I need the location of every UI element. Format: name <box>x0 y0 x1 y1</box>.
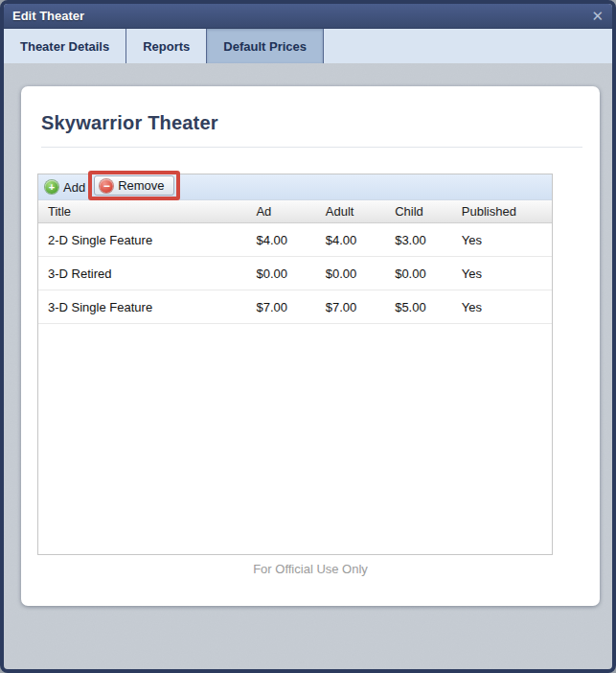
page-title: Skywarrior Theater <box>41 112 581 134</box>
cell-adult: $7.00 <box>321 290 390 324</box>
dialog-title: Edit Theater <box>12 9 84 23</box>
close-icon[interactable]: ✕ <box>591 9 604 23</box>
tab-reports[interactable]: Reports <box>126 29 207 63</box>
table-row[interactable]: 3-D Retired $0.00 $0.00 $0.00 Yes <box>38 257 552 290</box>
remove-button-label: Remove <box>118 178 164 193</box>
cell-published: Yes <box>457 223 552 257</box>
heading-divider <box>41 147 582 148</box>
cell-ad: $4.00 <box>251 223 320 257</box>
highlight-box-annotation: − Remove <box>88 171 179 200</box>
cell-adult: $0.00 <box>321 257 390 290</box>
cell-adult: $4.00 <box>321 223 390 257</box>
tab-bar: Theater Details Reports Default Prices <box>4 29 612 63</box>
tab-label: Reports <box>143 39 190 54</box>
tab-label: Default Prices <box>223 39 307 54</box>
column-header-published[interactable]: Published <box>457 200 552 223</box>
cell-published: Yes <box>457 290 552 324</box>
add-button[interactable]: + Add <box>45 180 85 195</box>
grid-toolbar: + Add − Remove <box>38 174 552 200</box>
cell-title: 3-D Retired <box>38 257 251 290</box>
content-card: Skywarrior Theater + Add − Remove <box>21 86 600 606</box>
cell-ad: $0.00 <box>251 257 320 290</box>
remove-button[interactable]: − Remove <box>94 175 173 196</box>
cell-published: Yes <box>457 257 552 290</box>
dialog-titlebar: Edit Theater ✕ <box>4 4 612 29</box>
cell-child: $5.00 <box>390 290 457 324</box>
remove-icon: − <box>100 179 113 193</box>
add-icon: + <box>45 180 58 194</box>
tab-theater-details[interactable]: Theater Details <box>4 29 126 63</box>
column-header-ad[interactable]: Ad <box>251 200 320 223</box>
cell-child: $0.00 <box>390 257 457 290</box>
edit-theater-dialog: Edit Theater ✕ Theater Details Reports D… <box>0 0 616 673</box>
default-prices-grid: + Add − Remove Title Ad <box>37 174 553 555</box>
cell-child: $3.00 <box>390 223 457 257</box>
column-header-title[interactable]: Title <box>38 200 251 223</box>
tab-default-prices[interactable]: Default Prices <box>207 29 324 63</box>
table-row[interactable]: 2-D Single Feature $4.00 $4.00 $3.00 Yes <box>38 223 552 257</box>
cell-title: 3-D Single Feature <box>38 290 251 324</box>
table-header-row: Title Ad Adult Child Published <box>38 200 552 223</box>
column-header-child[interactable]: Child <box>390 200 457 223</box>
cell-title: 2-D Single Feature <box>38 223 251 257</box>
cell-ad: $7.00 <box>251 290 320 324</box>
official-use-note: For Official Use Only <box>21 562 600 576</box>
add-button-label: Add <box>63 180 85 195</box>
tab-label: Theater Details <box>20 39 109 54</box>
column-header-adult[interactable]: Adult <box>321 200 390 223</box>
table-row[interactable]: 3-D Single Feature $7.00 $7.00 $5.00 Yes <box>38 290 552 324</box>
prices-table: Title Ad Adult Child Published 2-D Singl… <box>38 200 552 324</box>
